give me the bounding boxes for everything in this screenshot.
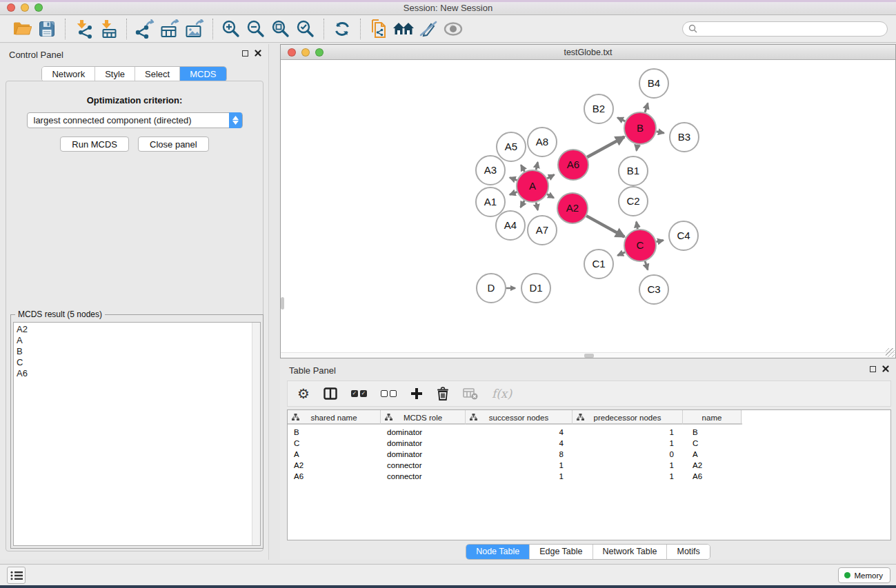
search-input[interactable]: [701, 24, 882, 34]
export-image-icon[interactable]: [182, 17, 207, 41]
graph-node-label: D1: [529, 282, 542, 294]
open-session-icon[interactable]: [10, 17, 34, 41]
tab-network[interactable]: Network: [42, 67, 94, 81]
zoom-out-icon[interactable]: [243, 17, 268, 41]
float-table-panel-icon[interactable]: [870, 366, 876, 372]
table-cell: connector: [381, 472, 466, 480]
table-row[interactable]: Bdominator41B: [288, 427, 890, 438]
column-header-mcds-role[interactable]: MCDS role: [381, 410, 466, 425]
mcds-result-item[interactable]: B: [14, 346, 260, 357]
hide-annotations-icon[interactable]: [416, 17, 441, 41]
window-resize-grip[interactable]: [886, 348, 895, 357]
show-graphics-details-icon[interactable]: [441, 17, 466, 41]
new-network-from-selection-icon[interactable]: [366, 17, 391, 41]
mcds-result-item[interactable]: A: [14, 335, 260, 346]
delete-columns-icon[interactable]: [437, 387, 449, 401]
zoom-in-icon[interactable]: [219, 17, 243, 41]
table-row[interactable]: A6connector11A6: [288, 471, 890, 482]
search-box[interactable]: [682, 21, 888, 37]
graph-edge-B-B2[interactable]: [617, 118, 625, 121]
graph-edge-A-A5[interactable]: [521, 165, 524, 172]
memory-button[interactable]: Memory: [838, 567, 890, 583]
export-network-icon[interactable]: [132, 17, 157, 41]
mcds-result-item[interactable]: A6: [14, 368, 260, 379]
canvas-horizontal-scrollbar[interactable]: [584, 354, 594, 358]
table-cell: dominator: [381, 450, 466, 458]
apply-layout-icon[interactable]: [330, 17, 355, 41]
task-history-button[interactable]: [7, 567, 26, 584]
table-options-gear-icon[interactable]: ⚙: [297, 387, 310, 401]
column-header-name[interactable]: name: [683, 410, 741, 425]
graph-edge-C-C4[interactable]: [656, 241, 663, 242]
graph-node-label: D: [488, 282, 495, 294]
tab-select[interactable]: Select: [135, 67, 179, 81]
export-table-icon[interactable]: [157, 17, 182, 41]
canvas-horizontal-scroll-track[interactable]: [281, 352, 895, 358]
table-cell: dominator: [381, 439, 466, 447]
graph-edge-A-A7[interactable]: [536, 202, 537, 210]
zoom-selected-icon[interactable]: [293, 17, 318, 41]
cybrowser-home-icon[interactable]: [391, 17, 416, 41]
graph-edge-C-C3[interactable]: [645, 261, 648, 270]
graph-node-label: A6: [567, 159, 579, 170]
mcds-result-list[interactable]: A2ABCA6: [13, 322, 261, 546]
float-panel-icon[interactable]: [242, 50, 248, 57]
delete-table-icon[interactable]: [463, 388, 478, 400]
network-window-titlebar[interactable]: testGlobe.txt: [281, 45, 895, 60]
close-panel-icon[interactable]: [255, 50, 261, 57]
graph-edge-A-A3[interactable]: [510, 178, 517, 181]
table-cell: A: [683, 450, 741, 458]
mcds-result-item[interactable]: C: [14, 357, 260, 368]
import-table-icon[interactable]: [96, 17, 121, 41]
close-panel-button[interactable]: Close panel: [138, 136, 209, 152]
column-header-shared-name[interactable]: shared name: [288, 410, 381, 425]
table-row[interactable]: A2connector11A2: [288, 460, 890, 471]
tab-edge-table[interactable]: Edge Table: [529, 545, 592, 559]
table-row[interactable]: Cdominator41C: [288, 438, 890, 449]
table-cell: 1: [573, 439, 683, 447]
column-header-successor-nodes[interactable]: successor nodes: [466, 410, 573, 425]
graph-edge-A-A2[interactable]: [547, 194, 554, 198]
graph-edge-C-C1[interactable]: [617, 252, 625, 256]
tab-node-table[interactable]: Node Table: [466, 545, 529, 559]
graph-edge-A6-B[interactable]: [587, 136, 624, 157]
graph-edge-B-B3[interactable]: [657, 132, 664, 133]
import-network-icon[interactable]: [71, 17, 96, 41]
graph-node-label: A8: [536, 136, 548, 148]
table-cell: 1: [466, 472, 573, 480]
graph-edge-A-A8[interactable]: [536, 162, 537, 170]
graph-edge-A-A4[interactable]: [521, 201, 525, 207]
graph-edge-C-C2[interactable]: [637, 222, 638, 230]
tab-mcds[interactable]: MCDS: [179, 67, 226, 81]
criterion-select[interactable]: largest connected component (directed): [27, 112, 243, 128]
mcds-result-item[interactable]: A2: [14, 324, 260, 335]
memory-label: Memory: [854, 571, 883, 580]
function-builder-icon[interactable]: f(x): [492, 387, 512, 401]
graph-edge-B-B4[interactable]: [645, 103, 648, 112]
network-canvas[interactable]: ABCA6A2A1A3A4A5A7A8B1B2B3B4C1C2C3C4DD1: [281, 60, 895, 352]
canvas-vertical-scrollbar[interactable]: [281, 297, 284, 310]
close-table-panel-icon[interactable]: [882, 365, 889, 372]
table-row[interactable]: Adominator80A: [288, 449, 890, 460]
graph-edge-A-A1[interactable]: [510, 192, 517, 194]
deselect-all-checkboxes-icon[interactable]: [381, 390, 397, 397]
column-header-predecessor-nodes[interactable]: predecessor nodes: [573, 410, 683, 425]
node-table[interactable]: shared name MCDS role successor nodes pr…: [287, 409, 891, 540]
graph-node-label: A3: [484, 164, 497, 176]
select-all-checkboxes-icon[interactable]: ✓ ✓: [351, 390, 367, 397]
list-scrollbar[interactable]: [252, 323, 260, 545]
graph-edge-A-A6[interactable]: [547, 174, 554, 178]
graph-node-label: C4: [677, 230, 690, 241]
show-columns-icon[interactable]: [323, 387, 337, 400]
graph-edge-B-B1[interactable]: [637, 145, 637, 151]
create-column-icon[interactable]: [410, 387, 423, 400]
tab-motifs[interactable]: Motifs: [666, 545, 709, 559]
tab-style[interactable]: Style: [94, 67, 135, 81]
graph-node-label: B1: [627, 165, 639, 176]
zoom-fit-icon[interactable]: [268, 17, 293, 41]
run-mcds-button[interactable]: Run MCDS: [60, 136, 129, 152]
graph-edge-A2-C[interactable]: [586, 216, 624, 236]
graph-node-label: C3: [647, 283, 660, 295]
save-session-icon[interactable]: [34, 17, 59, 41]
tab-network-table[interactable]: Network Table: [593, 545, 667, 559]
